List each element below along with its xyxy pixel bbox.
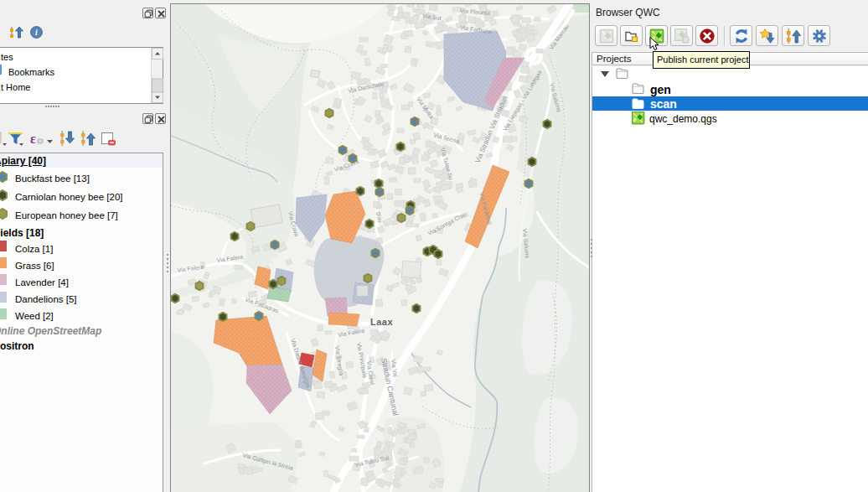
svg-text:i: i xyxy=(35,28,38,37)
svg-text:Laax: Laax xyxy=(370,317,393,327)
svg-text:ε: ε xyxy=(30,132,36,146)
